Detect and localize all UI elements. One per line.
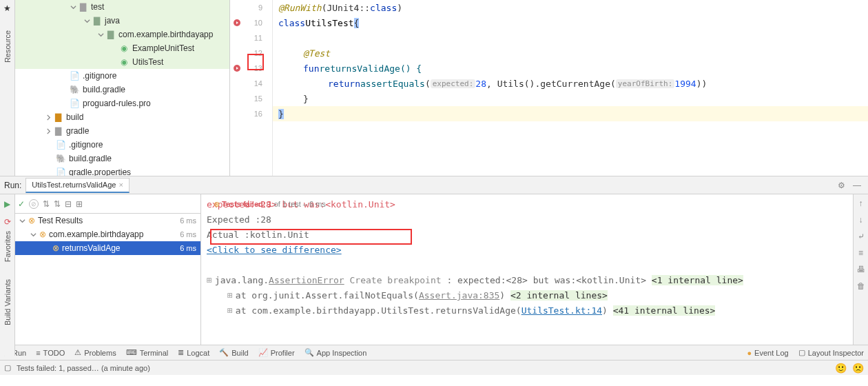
fail-icon: ⊗ — [28, 216, 35, 225]
test-toolbar: ✓ ⊘ ⇅ ⇅ ⊟ ⊞ — [15, 194, 200, 214]
wrap-icon[interactable]: ⤶ — [858, 232, 865, 241]
tree-label: ExampleUnitTest — [132, 43, 194, 53]
bottom-tool-tabs: ▶Run ≡TODO ⚠Problems ⌨Terminal ≣Logcat 🔨… — [0, 345, 868, 360]
project-tree[interactable]: ▇ test ▇ java ▇ com.example.birthdayapp … — [15, 0, 230, 176]
tree-label: build — [66, 112, 83, 122]
tree-file-proguard[interactable]: 📄 proguard-rules.pro — [15, 96, 229, 110]
status-icon[interactable]: ▢ — [4, 363, 11, 372]
run-gutter-icon[interactable] — [233, 64, 241, 72]
tab-terminal[interactable]: ⌨Terminal — [126, 348, 169, 357]
chevron-right-icon[interactable] — [44, 128, 52, 134]
code-editor[interactable]: 9 10 11 12 13 14 15 16 @RunWith(JUnit4::… — [230, 0, 868, 176]
fold-icon[interactable]: ⊞ — [227, 305, 233, 316]
tab-problems[interactable]: ⚠Problems — [74, 348, 116, 357]
run-tab-label: UtilsTest.returnsValidAge — [32, 181, 116, 189]
run-gutter-icon[interactable] — [233, 19, 241, 27]
status-message: Tests failed: 1, passed… (a minute ago) — [17, 364, 150, 372]
minimize-icon[interactable]: — — [853, 181, 864, 190]
tree-label: UtilsTest — [132, 57, 163, 67]
tree-class-utilstest[interactable]: ◉ UtilsTest — [15, 55, 229, 69]
file-icon: 📄 — [69, 70, 80, 81]
sort2-icon[interactable]: ⇅ — [54, 199, 61, 209]
highlight-box — [210, 229, 412, 245]
rerun-icon[interactable]: ▶ — [2, 199, 13, 210]
tree-folder-java[interactable]: ▇ java — [15, 14, 229, 28]
tree-label: com.example.birthdayapp — [118, 30, 213, 39]
favorites-label[interactable]: Favorites — [3, 231, 12, 262]
file-icon: 📄 — [69, 98, 80, 109]
tab-logcat[interactable]: ≣Logcat — [178, 348, 209, 357]
tree-file-gitignore[interactable]: 📄 .gitignore — [15, 69, 229, 83]
down-icon[interactable]: ↓ — [859, 215, 863, 225]
sad-icon[interactable]: 🙁 — [852, 363, 864, 374]
test-root[interactable]: ⊗ Test Results 6 ms — [15, 214, 200, 227]
tree-package[interactable]: ▇ com.example.birthdayapp — [15, 28, 229, 41]
chevron-down-icon[interactable] — [69, 4, 77, 10]
chevron-down-icon[interactable] — [96, 32, 105, 38]
run-tab[interactable]: UtilsTest.returnsValidAge × — [25, 178, 130, 193]
file-icon: 📄 — [55, 167, 66, 176]
sort-icon[interactable]: ⇅ — [43, 199, 50, 209]
smile-icon[interactable]: 🙂 — [835, 363, 847, 374]
expand-all-icon[interactable]: ⊟ — [65, 199, 72, 209]
fold-icon[interactable]: ⊞ — [207, 275, 212, 285]
console-right-rail: ↑ ↓ ⤶ ≡ 🖶 🗑 — [853, 194, 868, 345]
test-tree: ✓ ⊘ ⇅ ⇅ ⊟ ⊞ ⊗ Tests failed: 1 of 1 test … — [15, 194, 201, 345]
tree-file-gradleprops[interactable]: 📄 gradle.properties — [15, 165, 229, 176]
rerun-failed-icon[interactable]: ⟳ — [2, 216, 13, 227]
tab-todo[interactable]: ≡TODO — [36, 349, 65, 357]
folder-icon: ▇ — [77, 1, 88, 12]
collapse-all-icon[interactable]: ⊞ — [76, 199, 83, 209]
tree-class-example[interactable]: ◉ ExampleUnitTest — [15, 41, 229, 55]
resource-tool-label[interactable]: Resource — [3, 30, 12, 63]
tree-label: build.gradle — [83, 85, 125, 94]
tab-layout-inspector[interactable]: ▢Layout Inspector — [798, 348, 864, 357]
test-pkg[interactable]: ⊗ com.example.birthdayapp 6 ms — [15, 227, 200, 241]
fold-icon[interactable]: ⊞ — [227, 290, 233, 301]
tree-label: proguard-rules.pro — [83, 99, 151, 108]
chevron-down-icon[interactable] — [19, 218, 25, 224]
tree-folder-gradle[interactable]: ▇ gradle — [15, 124, 229, 138]
test-method[interactable]: ⊗ returnsValidAge 6 ms — [15, 241, 200, 255]
scroll-icon[interactable]: ≡ — [858, 248, 863, 258]
gear-icon[interactable]: ⚙ — [838, 181, 849, 190]
code-area[interactable]: @RunWith(JUnit4::class) class UtilsTest … — [273, 0, 868, 176]
tree-file-gitignore2[interactable]: 📄 .gitignore — [15, 138, 229, 152]
diff-link[interactable]: <Click to see difference> — [207, 245, 342, 255]
close-icon[interactable]: × — [118, 181, 123, 189]
run-panel: Run: UtilsTest.returnsValidAge × ⚙ — ▶ ⟳… — [0, 176, 868, 345]
tree-label: .gitignore — [69, 140, 103, 150]
chevron-down-icon[interactable] — [30, 232, 37, 238]
test-time: 6 ms — [180, 244, 196, 252]
favorites-rail: Favorites Build Variants — [0, 227, 15, 356]
file-icon: 📄 — [55, 139, 66, 150]
tree-folder-build[interactable]: ▇ build — [15, 110, 229, 124]
editor-gutter[interactable]: 9 10 11 12 13 14 15 16 — [230, 0, 273, 176]
tree-folder-test[interactable]: ▇ test — [15, 0, 229, 14]
tab-build[interactable]: 🔨Build — [219, 348, 248, 357]
fail-icon: ⊗ — [52, 243, 59, 253]
print-icon[interactable]: 🖶 — [857, 265, 865, 274]
tree-file-buildgradle2[interactable]: 🐘 build.gradle — [15, 152, 229, 165]
bookmark-icon[interactable]: ★ — [3, 3, 11, 13]
up-icon[interactable]: ↑ — [859, 199, 863, 208]
package-icon: ▇ — [105, 29, 116, 40]
tab-profiler[interactable]: 📈Profiler — [258, 348, 295, 357]
skip-icon[interactable]: ⊘ — [29, 199, 39, 209]
tab-app-inspection[interactable]: 🔍App Inspection — [304, 348, 367, 357]
chevron-right-icon[interactable] — [44, 114, 52, 121]
chevron-down-icon[interactable] — [83, 18, 91, 24]
tree-label: gradle.properties — [69, 167, 131, 176]
test-list[interactable]: ⊗ Test Results 6 ms ⊗ com.example.birthd… — [15, 214, 200, 345]
tree-label: test — [91, 2, 104, 12]
check-icon[interactable]: ✓ — [18, 199, 25, 209]
tree-file-buildgradle[interactable]: 🐘 build.gradle — [15, 83, 229, 96]
line-number: 11 — [249, 34, 262, 42]
folder-icon: ▇ — [52, 112, 63, 123]
tab-event-log[interactable]: ●Event Log — [747, 349, 788, 357]
test-time: 6 ms — [180, 216, 196, 225]
build-variants-label[interactable]: Build Variants — [3, 279, 12, 325]
console-output[interactable]: expected:<28> but was:<kotlin.Unit> Expe… — [201, 194, 853, 345]
line-number: 14 — [249, 79, 262, 88]
trash-icon[interactable]: 🗑 — [857, 281, 865, 291]
